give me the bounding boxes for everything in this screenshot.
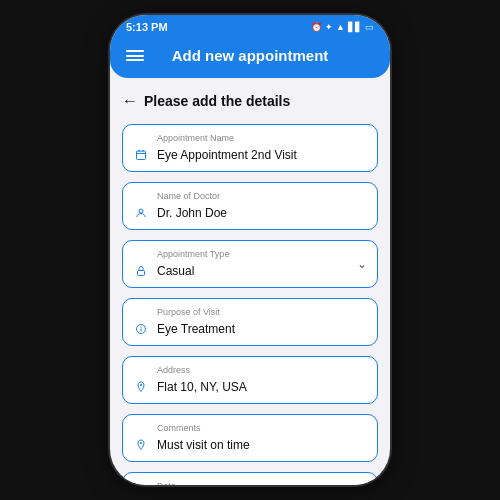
field-address[interactable]: AddressFlat 10, NY, USA (122, 356, 378, 404)
field-value-comments: Must visit on time (157, 438, 250, 452)
field-appointment-name[interactable]: Appointment NameEye Appointment 2nd Visi… (122, 124, 378, 172)
alarm-icon: ⏰ (311, 22, 322, 32)
field-body-comments: CommentsMust visit on time (157, 423, 367, 453)
fields-container: Appointment NameEye Appointment 2nd Visi… (122, 124, 378, 485)
battery-icon: ▭ (365, 22, 374, 32)
status-bar: 5:13 PM ⏰ ✦ ▲ ▋▋ ▭ (110, 15, 390, 37)
menu-button[interactable] (126, 50, 144, 61)
field-body-address: AddressFlat 10, NY, USA (157, 365, 367, 395)
app-header: Add new appointment (110, 37, 390, 78)
field-purpose-of-visit[interactable]: Purpose of VisitEye Treatment (122, 298, 378, 346)
wifi-icon: ▲ (336, 22, 345, 32)
field-body-purpose-of-visit: Purpose of VisitEye Treatment (157, 307, 367, 337)
field-appointment-type[interactable]: Appointment TypeCasual⌄ (122, 240, 378, 288)
field-body-doctor-name: Name of DoctorDr. John Doe (157, 191, 367, 221)
field-value-purpose-of-visit: Eye Treatment (157, 322, 235, 336)
pin-icon (133, 379, 149, 395)
phone-frame: 5:13 PM ⏰ ✦ ▲ ▋▋ ▭ Add new appointment ←… (110, 15, 390, 485)
field-body-appointment-name: Appointment NameEye Appointment 2nd Visi… (157, 133, 367, 163)
field-label-address: Address (157, 365, 367, 375)
pin-icon (133, 437, 149, 453)
calendar-icon (133, 147, 149, 163)
field-value-address: Flat 10, NY, USA (157, 380, 247, 394)
lock-icon (133, 263, 149, 279)
field-label-date: Date (157, 481, 367, 485)
field-comments[interactable]: CommentsMust visit on time (122, 414, 378, 462)
back-row: ← Please add the details (122, 92, 378, 110)
status-icons: ⏰ ✦ ▲ ▋▋ ▭ (311, 22, 374, 32)
content-area: ← Please add the details Appointment Nam… (110, 78, 390, 485)
svg-rect-0 (137, 151, 146, 160)
field-label-appointment-name: Appointment Name (157, 133, 367, 143)
svg-point-4 (139, 209, 143, 213)
field-label-appointment-type: Appointment Type (157, 249, 367, 259)
field-doctor-name[interactable]: Name of DoctorDr. John Doe (122, 182, 378, 230)
field-date[interactable]: Date4/22/2024 (122, 472, 378, 485)
dropdown-arrow-icon[interactable]: ⌄ (357, 257, 367, 271)
svg-rect-5 (138, 271, 145, 276)
header-title: Add new appointment (172, 47, 329, 64)
field-label-purpose-of-visit: Purpose of Visit (157, 307, 367, 317)
svg-point-9 (140, 384, 142, 386)
field-value-appointment-type: Casual (157, 264, 194, 278)
svg-point-10 (140, 442, 142, 444)
page-title: Please add the details (144, 93, 290, 109)
status-time: 5:13 PM (126, 21, 168, 33)
field-value-doctor-name: Dr. John Doe (157, 206, 227, 220)
info-icon (133, 321, 149, 337)
field-label-doctor-name: Name of Doctor (157, 191, 367, 201)
field-value-appointment-name: Eye Appointment 2nd Visit (157, 148, 297, 162)
back-button[interactable]: ← (122, 92, 138, 110)
field-body-appointment-type: Appointment TypeCasual (157, 249, 367, 279)
field-label-comments: Comments (157, 423, 367, 433)
bluetooth-icon: ✦ (325, 22, 333, 32)
person-icon (133, 205, 149, 221)
field-body-date: Date4/22/2024 (157, 481, 367, 485)
signal-icon: ▋▋ (348, 22, 362, 32)
